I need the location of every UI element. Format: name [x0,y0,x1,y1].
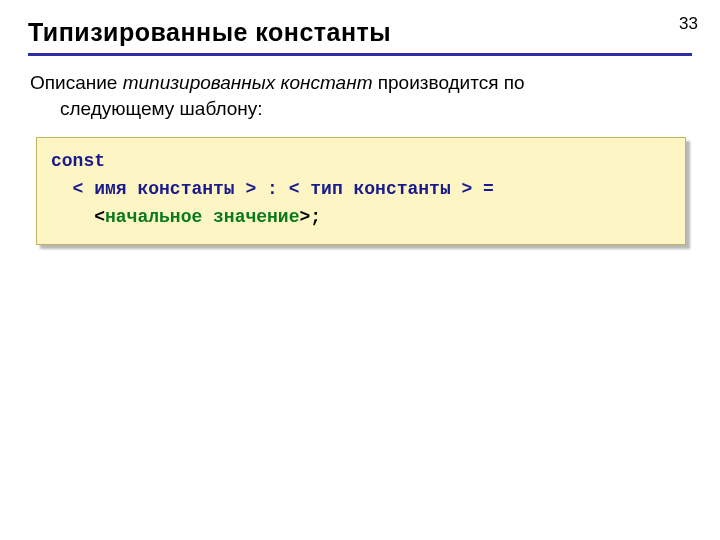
code-content: const < имя константы > : < тип констант… [36,137,686,245]
page-number: 33 [679,14,698,34]
code-mid: > : < [235,179,311,199]
intro-line1-pre: Описание [30,72,123,93]
intro-line1-post: производится по [372,72,524,93]
code-block: const < имя константы > : < тип констант… [36,137,686,245]
code-lt2: < [51,207,105,227]
slide-title: Типизированные константы [28,18,692,51]
intro-text: Описание типизированных констант произво… [28,70,692,121]
intro-line2: следующему шаблону: [30,96,692,122]
code-init-value: начальное значение [105,207,299,227]
code-ident-type: тип константы [310,179,450,199]
code-lt1: < [51,179,94,199]
code-gt-eq: > = [451,179,494,199]
intro-line1-em: типизированных констант [123,72,373,93]
code-ident-name: имя константы [94,179,234,199]
title-rule [28,53,692,56]
code-gt-semi: >; [299,207,321,227]
code-const: const [51,151,105,171]
